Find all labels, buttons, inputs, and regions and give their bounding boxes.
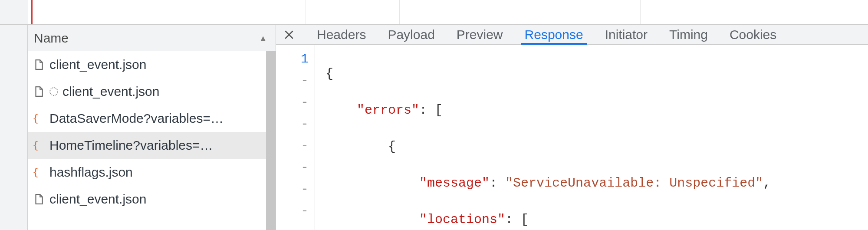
timeline-tick: [399, 0, 400, 25]
tab-label: Preview: [457, 27, 503, 42]
fold-dash: -: [276, 92, 309, 113]
tab-initiator[interactable]: Initiator: [602, 25, 651, 44]
fold-dash: -: [276, 157, 309, 178]
request-name: hashflags.json: [49, 165, 133, 180]
svg-text:{ }: { }: [33, 166, 45, 178]
tab-label: Initiator: [605, 27, 648, 42]
column-header-name[interactable]: Name: [34, 31, 69, 46]
tab-timing[interactable]: Timing: [666, 25, 711, 44]
request-list-panel: Name ▲ client_event.jsonclient_event.jso…: [28, 25, 276, 230]
line-number-gutter: 1 - - - - - - -: [276, 45, 315, 230]
pending-icon: [49, 87, 58, 96]
request-name: client_event.json: [49, 192, 146, 207]
left-gutter-column: [0, 25, 28, 230]
timeline-strip[interactable]: [0, 0, 868, 25]
document-icon: [32, 58, 45, 71]
tab-response[interactable]: Response: [521, 25, 587, 44]
svg-text:{ }: { }: [33, 139, 45, 151]
document-icon: [32, 193, 45, 206]
request-name: DataSaverMode?variables=…: [49, 111, 224, 126]
request-list-body: client_event.jsonclient_event.json{ }Dat…: [28, 51, 276, 230]
tab-label: Payload: [388, 27, 434, 42]
request-name: HomeTimeline?variables=…: [49, 138, 213, 153]
line-number: 1: [276, 48, 309, 70]
request-row[interactable]: client_event.json: [28, 51, 266, 78]
scrollbar-thumb[interactable]: [266, 51, 276, 230]
svg-text:{ }: { }: [33, 112, 45, 125]
tab-preview[interactable]: Preview: [453, 25, 506, 44]
fold-dash: -: [276, 113, 309, 135]
request-name: client_event.json: [49, 57, 146, 72]
json-icon: { }: [32, 166, 45, 179]
request-name: client_event.json: [62, 84, 159, 99]
tab-payload[interactable]: Payload: [384, 25, 438, 44]
request-row[interactable]: { }hashflags.json: [28, 159, 266, 186]
response-source[interactable]: { "errors": [ { "message": "ServiceUnava…: [315, 45, 771, 230]
document-icon: [32, 85, 45, 98]
timeline-gutter: [0, 0, 28, 25]
request-row[interactable]: { }DataSaverMode?variables=…: [28, 105, 266, 132]
close-icon[interactable]: [279, 25, 299, 44]
timeline-tick: [640, 0, 641, 25]
request-row[interactable]: { }HomeTimeline?variables=…: [28, 132, 266, 159]
json-key: "errors": [357, 103, 419, 118]
tab-label: Headers: [317, 27, 366, 42]
fold-dash: -: [276, 200, 309, 222]
fold-dash: -: [276, 135, 309, 157]
timeline-tick: [153, 0, 153, 25]
json-key: "locations": [419, 212, 505, 227]
tab-cookies[interactable]: Cookies: [726, 25, 780, 44]
json-string: "ServiceUnavailable: Unspecified": [505, 176, 763, 191]
tab-label: Cookies: [730, 27, 776, 42]
detail-panel: Headers Payload Preview Response Initiat…: [276, 25, 868, 230]
request-row[interactable]: client_event.json: [28, 78, 266, 105]
request-row[interactable]: client_event.json: [28, 186, 266, 213]
json-icon: { }: [32, 112, 45, 125]
tab-headers[interactable]: Headers: [313, 25, 369, 44]
json-icon: { }: [32, 139, 45, 152]
timeline-gutter-separator: [28, 0, 28, 25]
timeline-tick: [306, 0, 306, 25]
request-list-header[interactable]: Name ▲: [28, 25, 276, 51]
tab-bar: Headers Payload Preview Response Initiat…: [276, 25, 868, 45]
tab-label: Response: [525, 27, 583, 42]
scrollbar-track[interactable]: [266, 51, 276, 230]
timeline-marker[interactable]: [31, 0, 33, 25]
response-code-area[interactable]: 1 - - - - - - - { "errors": [ { "message…: [276, 45, 868, 230]
json-key: "message": [419, 176, 490, 191]
tab-label: Timing: [669, 27, 708, 42]
sort-ascending-icon: ▲: [259, 33, 267, 43]
fold-dash: -: [276, 70, 309, 92]
fold-dash: -: [276, 178, 309, 200]
